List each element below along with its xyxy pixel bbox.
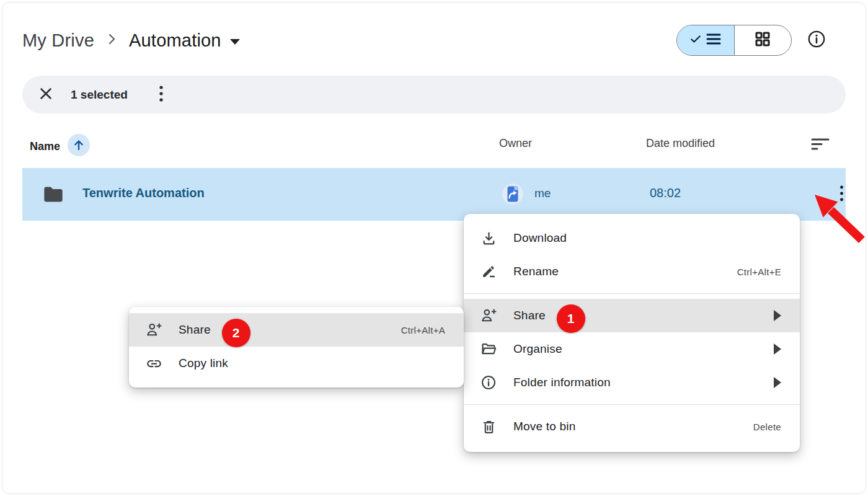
person-add-icon [464,308,513,324]
selection-toolbar: 1 selected [22,76,846,113]
context-menu: Download Rename Ctrl+Alt+E Share 1 Organ… [464,214,800,452]
list-icon [706,32,721,48]
owner-label: me [534,187,551,200]
file-name: Tenwrite Automation [82,186,205,200]
file-list-header: Name Owner Date modified [22,128,846,161]
sort-icon [811,143,830,153]
close-icon [38,86,53,104]
more-vert-icon [839,185,844,205]
step-badge-2: 2 [222,319,250,347]
menu-separator [464,293,800,294]
column-header-modified[interactable]: Date modified [646,137,715,150]
menu-item-download[interactable]: Download [464,221,800,255]
column-header-name[interactable]: Name [30,136,90,156]
menu-item-share[interactable]: Share 1 [464,299,800,332]
owner-avatar [502,184,523,205]
step-badge-1: 1 [557,304,585,333]
file-row-tenwrite-automation[interactable]: Tenwrite Automation me 08:02 [22,168,846,221]
pencil-icon [464,264,513,280]
menu-item-label: Download [513,231,567,245]
chevron-right-icon [107,32,117,48]
menu-item-label: Folder information [513,376,611,389]
grid-view-button[interactable] [735,25,792,55]
row-more-actions-button[interactable] [831,184,852,205]
submenu-arrow-icon [774,377,781,388]
arrow-up-icon [72,138,86,152]
menu-item-label: Share [513,309,546,322]
chevron-down-icon [230,39,240,45]
menu-item-folder-information[interactable]: Folder information [464,366,800,399]
menu-item-label: Share [179,323,211,337]
menu-item-shortcut: Delete [753,422,781,432]
grid-icon [755,31,771,50]
sort-ascending-button[interactable] [68,134,90,156]
column-header-owner[interactable]: Owner [499,137,532,150]
more-vert-icon [159,84,164,105]
menu-item-label: Move to bin [513,420,575,433]
menu-item-label: Copy link [179,356,228,370]
trash-icon [464,419,513,435]
submenu-item-share[interactable]: Share 2 Ctrl+Alt+A [129,313,464,347]
selection-count: 1 selected [71,88,128,102]
link-icon [129,355,179,372]
menu-item-shortcut: Ctrl+Alt+A [401,325,445,335]
view-toggle [676,25,792,56]
menu-item-organise[interactable]: Organise [464,332,800,366]
breadcrumb-my-drive[interactable]: My Drive [22,30,94,51]
check-icon [689,33,702,48]
drive-file-browser: My Drive Automation [0,0,868,496]
folder-icon [43,186,63,205]
breadcrumb-current-folder[interactable]: Automation [129,30,240,51]
menu-separator [464,404,800,405]
folder-open-icon [464,341,513,357]
breadcrumb: My Drive Automation [22,24,240,57]
name-header-label: Name [30,140,60,153]
sort-options-button[interactable] [811,136,830,154]
info-icon [464,374,513,391]
selection-more-actions-button[interactable] [151,85,171,105]
menu-item-shortcut: Ctrl+Alt+E [737,267,781,277]
person-add-icon [129,322,179,338]
submenu-item-copy-link[interactable]: Copy link [129,347,464,380]
modified-time: 08:02 [650,186,681,200]
submenu-arrow-icon [774,343,781,355]
breadcrumb-current-label: Automation [129,30,221,51]
details-button[interactable] [807,31,826,50]
list-view-button[interactable] [677,25,735,55]
clear-selection-button[interactable] [35,84,57,106]
menu-item-label: Organise [513,342,562,356]
info-icon [807,30,826,51]
menu-item-rename[interactable]: Rename Ctrl+Alt+E [464,255,800,288]
share-submenu: Share 2 Ctrl+Alt+A Copy link [129,307,464,388]
menu-item-label: Rename [513,265,559,278]
download-icon [464,231,513,246]
menu-item-move-to-bin[interactable]: Move to bin Delete [464,410,800,443]
submenu-arrow-icon [774,310,781,321]
